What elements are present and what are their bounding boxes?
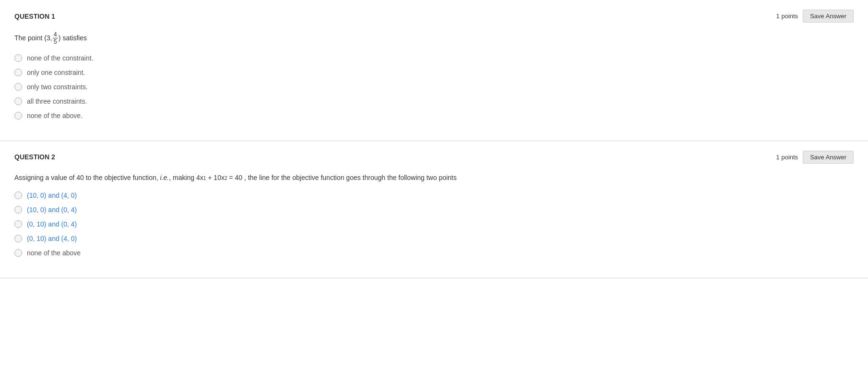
q1-option-4-radio[interactable]	[14, 97, 22, 105]
q2-option-3-label: (0, 10) and (0, 4)	[27, 220, 77, 228]
question-1-save-button[interactable]: Save Answer	[803, 10, 854, 23]
q2-option-1-radio[interactable]	[14, 192, 22, 199]
ie-text: i.e.	[160, 174, 169, 181]
list-item: (10, 0) and (0, 4)	[14, 206, 854, 214]
fraction-numerator: 4	[53, 31, 58, 38]
question-2-meta: 1 points Save Answer	[776, 151, 854, 164]
question-2-options: (10, 0) and (4, 0) (10, 0) and (0, 4) (0…	[14, 192, 854, 257]
fraction-denominator: 5	[53, 38, 58, 45]
list-item: (0, 10) and (4, 0)	[14, 235, 854, 242]
q2-option-2-label: (10, 0) and (0, 4)	[27, 206, 77, 214]
q1-option-5-radio[interactable]	[14, 112, 22, 120]
list-item: (0, 10) and (0, 4)	[14, 220, 854, 228]
question-2-title: QUESTION 2	[14, 153, 55, 161]
list-item: only two constraints.	[14, 83, 854, 91]
question-1-title: QUESTION 1	[14, 12, 55, 20]
question-2-points: 1 points	[776, 154, 798, 161]
fraction-4-5: 4 5	[53, 31, 58, 46]
list-item: (10, 0) and (4, 0)	[14, 192, 854, 199]
q1-option-5-label: none of the above.	[27, 112, 83, 120]
question-2-save-button[interactable]: Save Answer	[803, 151, 854, 164]
question-1-options: none of the constraint. only one constra…	[14, 54, 854, 120]
list-item: all three constraints.	[14, 97, 854, 105]
q2-option-2-radio[interactable]	[14, 206, 22, 214]
list-item: none of the constraint.	[14, 54, 854, 62]
q1-option-2-radio[interactable]	[14, 69, 22, 76]
q2-option-3-radio[interactable]	[14, 220, 22, 228]
question-1-header: QUESTION 1 1 points Save Answer	[14, 10, 854, 23]
q1-option-4-label: all three constraints.	[27, 97, 87, 105]
q2-option-4-radio[interactable]	[14, 235, 22, 242]
question-2-block: QUESTION 2 1 points Save Answer Assignin…	[0, 141, 868, 278]
q1-option-3-label: only two constraints.	[27, 83, 88, 91]
q1-option-1-radio[interactable]	[14, 54, 22, 62]
question-2-text: Assigning a value of 40 to the objective…	[14, 172, 854, 183]
question-1-meta: 1 points Save Answer	[776, 10, 854, 23]
question-1-block: QUESTION 1 1 points Save Answer The poin…	[0, 0, 868, 141]
q1-option-1-label: none of the constraint.	[27, 54, 94, 62]
math-formula: 4x1 + 10x2 = 40	[196, 172, 242, 183]
q1-option-3-radio[interactable]	[14, 83, 22, 91]
list-item: none of the above	[14, 249, 854, 257]
question-2-header: QUESTION 2 1 points Save Answer	[14, 151, 854, 164]
q2-option-4-label: (0, 10) and (4, 0)	[27, 235, 77, 242]
q2-option-5-radio[interactable]	[14, 249, 22, 257]
question-1-suffix: ) satisfies	[59, 34, 87, 42]
list-item: none of the above.	[14, 112, 854, 120]
question-1-points: 1 points	[776, 12, 798, 20]
question-1-prefix: The point (3,	[14, 34, 52, 42]
q2-option-1-label: (10, 0) and (4, 0)	[27, 192, 77, 199]
q1-option-2-label: only one constraint.	[27, 69, 85, 76]
list-item: only one constraint.	[14, 69, 854, 76]
question-1-text: The point (3, 4 5 ) satisfies	[14, 31, 854, 46]
q2-option-5-label: none of the above	[27, 249, 81, 257]
